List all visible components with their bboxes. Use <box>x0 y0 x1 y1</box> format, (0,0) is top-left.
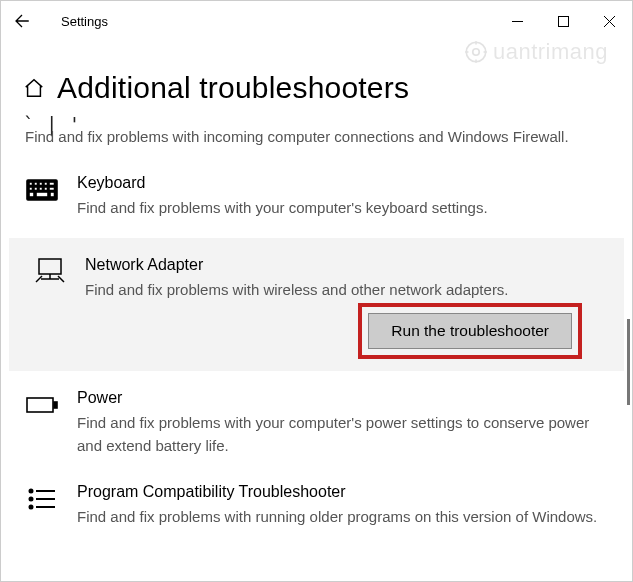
item-body: Keyboard Find and fix problems with your… <box>77 174 608 219</box>
app-title: Settings <box>61 14 108 29</box>
close-icon <box>604 16 615 27</box>
page-header: Additional troubleshooters <box>1 41 632 115</box>
item-desc: Find and fix problems with running older… <box>77 505 598 528</box>
run-troubleshooter-button[interactable]: Run the troubleshooter <box>368 313 572 349</box>
window-controls <box>494 1 632 41</box>
item-body: Program Compatibility Troubleshooter Fin… <box>77 483 608 528</box>
run-button-highlight: Run the troubleshooter <box>358 303 582 359</box>
back-button[interactable] <box>1 1 43 41</box>
troubleshooter-item-keyboard[interactable]: Keyboard Find and fix problems with your… <box>1 162 632 233</box>
svg-rect-21 <box>29 192 34 197</box>
svg-rect-20 <box>49 187 55 191</box>
clipped-icon-remnant: ` | ' <box>1 115 632 125</box>
titlebar: Settings <box>1 1 632 41</box>
svg-rect-29 <box>27 398 53 412</box>
svg-rect-19 <box>44 187 48 191</box>
svg-rect-18 <box>39 187 43 191</box>
troubleshooter-item-compat[interactable]: Program Compatibility Troubleshooter Fin… <box>1 471 632 542</box>
maximize-button[interactable] <box>540 1 586 41</box>
svg-rect-22 <box>36 192 48 197</box>
svg-point-31 <box>30 490 33 493</box>
svg-rect-16 <box>29 187 33 191</box>
troubleshooter-item-power[interactable]: Power Find and fix problems with your co… <box>1 377 632 472</box>
minimize-button[interactable] <box>494 1 540 41</box>
item-desc: Find and fix problems with your computer… <box>77 411 598 458</box>
item-desc: Find and fix problems with wireless and … <box>85 278 590 301</box>
svg-rect-13 <box>39 182 43 186</box>
close-button[interactable] <box>586 1 632 41</box>
content-area: Additional troubleshooters ` | ' Find an… <box>1 41 632 582</box>
item-title: Program Compatibility Troubleshooter <box>77 483 598 501</box>
back-arrow-icon <box>13 12 31 30</box>
svg-point-35 <box>30 506 33 509</box>
svg-rect-17 <box>34 187 38 191</box>
battery-icon <box>25 391 59 419</box>
home-icon[interactable] <box>23 77 45 99</box>
svg-rect-24 <box>39 259 61 274</box>
titlebar-left: Settings <box>1 1 108 41</box>
troubleshooter-item-network[interactable]: Network Adapter Find and fix problems wi… <box>9 238 624 371</box>
svg-rect-15 <box>49 182 55 186</box>
item-title: Keyboard <box>77 174 598 192</box>
item-body: Network Adapter Find and fix problems wi… <box>85 256 600 301</box>
network-adapter-icon <box>33 258 67 286</box>
item-title: Power <box>77 389 598 407</box>
svg-rect-1 <box>558 16 568 26</box>
maximize-icon <box>558 16 569 27</box>
scrollbar-thumb[interactable] <box>627 319 630 405</box>
svg-rect-23 <box>50 192 55 197</box>
troubleshooter-item-incoming[interactable]: Find and fix problems with incoming comp… <box>1 125 632 162</box>
item-title: Network Adapter <box>85 256 590 274</box>
svg-rect-14 <box>44 182 48 186</box>
item-desc: Find and fix problems with your computer… <box>77 196 598 219</box>
list-icon <box>25 485 59 513</box>
svg-point-33 <box>30 498 33 501</box>
minimize-icon <box>512 16 523 27</box>
item-body: Find and fix problems with incoming comp… <box>25 125 608 148</box>
svg-rect-11 <box>29 182 33 186</box>
svg-rect-30 <box>54 402 57 408</box>
item-body: Power Find and fix problems with your co… <box>77 389 608 458</box>
troubleshooter-list: Find and fix problems with incoming comp… <box>1 125 632 543</box>
page-title: Additional troubleshooters <box>57 71 409 105</box>
keyboard-icon <box>25 176 59 204</box>
svg-rect-12 <box>34 182 38 186</box>
item-desc: Find and fix problems with incoming comp… <box>25 125 598 148</box>
